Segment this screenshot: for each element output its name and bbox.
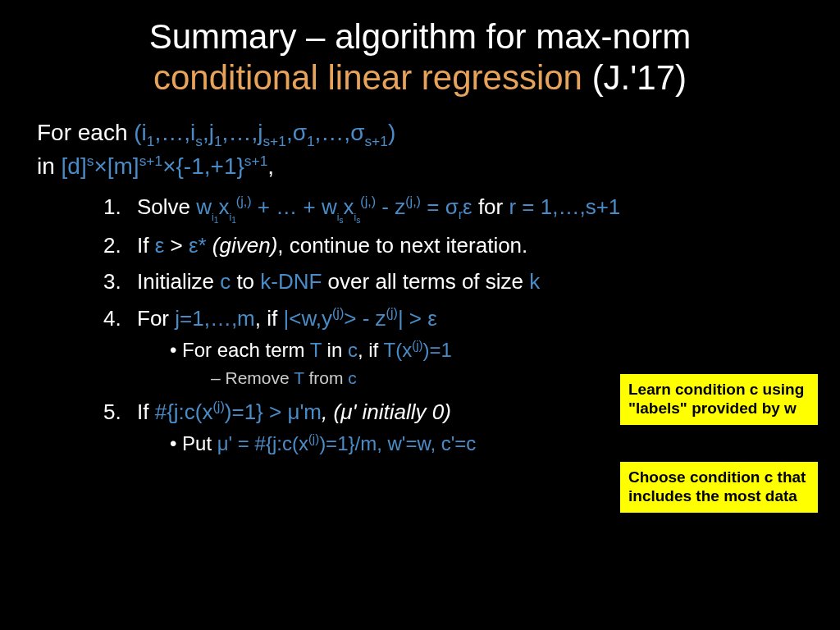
- x2a: x: [343, 194, 354, 219]
- subjsp1: s+1: [262, 132, 285, 148]
- t-j2: ,…,j: [222, 120, 263, 145]
- xis: is: [354, 212, 360, 223]
- s4c-from: from: [304, 368, 349, 387]
- s4b-T: T: [310, 339, 322, 361]
- s4b-c: c: [348, 339, 358, 361]
- xiss: s: [356, 216, 360, 225]
- subs: s: [195, 132, 203, 148]
- s4bxj: (j): [412, 339, 422, 352]
- s4e3: | >: [398, 306, 427, 331]
- s4-expr: |<w,y(j)> - z(j)| > ε: [283, 306, 436, 331]
- s4e2: > - z: [344, 306, 386, 331]
- wiss: s: [339, 216, 343, 225]
- title-suffix: (J.'17): [582, 58, 687, 97]
- d1: [d]: [62, 153, 87, 179]
- s4b-expr: T(x(j))=1: [384, 339, 452, 361]
- d2: [m]: [107, 153, 139, 179]
- s4-for: For: [137, 306, 175, 331]
- s4c-T: T: [294, 368, 304, 387]
- intro-domain: [d]s×[m]s+1×{-1,+1}s+1: [62, 153, 268, 179]
- x2: ×: [162, 153, 176, 179]
- s2-cont: , continue to next iteration.: [277, 233, 527, 258]
- t-close: ): [388, 120, 395, 145]
- s4beq: )=1: [422, 339, 451, 361]
- s1-for: for: [472, 194, 509, 219]
- intro-text: For each (i1,…,is,j1,…,js+1,σ1,…,σs+1) i…: [37, 117, 803, 182]
- s4btx: T(x: [384, 339, 413, 361]
- xjr2: (j,): [360, 194, 376, 208]
- s5be: )=1}/m: [319, 432, 377, 454]
- supsp1: s+1: [139, 152, 162, 168]
- subsig1: 1: [307, 132, 315, 148]
- s5mu: μ'm: [287, 399, 322, 424]
- minus: -: [376, 194, 395, 219]
- x1: ×: [94, 153, 107, 179]
- xjr1: (j,): [236, 194, 252, 208]
- wi1: i1: [212, 212, 218, 223]
- s1-eq: wi1xi1(j,) + … + wisxis(j,) - z(j,) = σr…: [196, 194, 472, 219]
- s3-init: Initialize: [137, 269, 220, 294]
- s5-if: If: [137, 399, 155, 424]
- intro-in: in: [37, 153, 62, 179]
- s5bw: , w'=w: [377, 432, 430, 454]
- subj1: 1: [214, 132, 222, 148]
- wi1s: 1: [214, 216, 219, 225]
- s1-range: r = 1,…,s+1: [509, 194, 620, 219]
- wis: is: [337, 212, 344, 223]
- plus: + … +: [252, 194, 322, 219]
- s3-over: over all terms of size: [322, 269, 529, 294]
- s4e1: |<w,y: [283, 306, 332, 331]
- s4c-c: c: [348, 368, 357, 387]
- step-5-sub: Put μ' = #{j:c(x(j))=1}/m, w'=w, c'=c: [137, 428, 803, 459]
- s1-solve: Solve: [137, 194, 196, 219]
- s4zj: (j): [386, 305, 398, 320]
- s5b-put: Put: [182, 432, 217, 454]
- z: z: [395, 194, 405, 219]
- s5bmu: μ' = #{j:c(x: [217, 432, 308, 454]
- t-body: ,…,i: [154, 120, 195, 145]
- subsigsp: s+1: [364, 132, 387, 148]
- t-j: ,j: [203, 120, 214, 145]
- s2-given: (given): [207, 233, 278, 258]
- s2-epsstar: ε*: [189, 233, 207, 258]
- d3: {-1,+1}: [176, 153, 244, 179]
- step-5b: Put μ' = #{j:c(x(j))=1}/m, w'=w, c'=c: [170, 428, 803, 459]
- x1a: x: [218, 194, 229, 219]
- s2-eps: ε: [155, 233, 165, 258]
- s5xj: (j): [212, 399, 224, 413]
- intro-prefix: For each: [37, 120, 134, 145]
- s3-to: to: [231, 269, 260, 294]
- t-sig2: ,…,σ: [315, 120, 365, 145]
- xi1: i1: [229, 212, 235, 223]
- step-3: Initialize c to k-DNF over all terms of …: [127, 265, 803, 298]
- eq: =: [421, 194, 445, 219]
- s5bxj: (j): [308, 432, 319, 445]
- w1: w: [196, 194, 212, 219]
- slide-title: Summary – algorithm for max-norm conditi…: [37, 16, 803, 99]
- s4c-rem: Remove: [226, 368, 294, 387]
- s5e2: )=1} >: [225, 399, 288, 424]
- s5e1: #{j:c(x: [155, 399, 213, 424]
- supsp2: s+1: [244, 152, 267, 168]
- xi1s: 1: [231, 216, 236, 225]
- step-1: Solve wi1xi1(j,) + … + wisxis(j,) - z(j,…: [127, 190, 803, 226]
- s4b-in: in: [322, 339, 348, 361]
- s4-range: j=1,…,m: [175, 306, 255, 331]
- eps1: ε: [463, 194, 472, 219]
- callout-learn: Learn condition c using "labels" provide…: [619, 373, 819, 426]
- step-2: If ε > ε* (given), continue to next iter…: [127, 229, 803, 262]
- s5b-expr: μ' = #{j:c(x(j))=1}/m, w'=w, c'=c: [217, 432, 477, 454]
- intro-comma: ,: [267, 153, 274, 179]
- s2-gt: >: [164, 233, 189, 258]
- s3-kdnf: k-DNF: [260, 269, 322, 294]
- s4b-for: For each term: [182, 339, 310, 361]
- t-sig: ,σ: [286, 120, 307, 145]
- s4eps: ε: [427, 306, 437, 331]
- w2: w: [322, 194, 337, 219]
- intro-tuple: (i1,…,is,j1,…,js+1,σ1,…,σs+1): [134, 120, 395, 145]
- s3-k: k: [529, 269, 540, 294]
- title-highlight: conditional linear regression: [153, 58, 582, 97]
- s5-expr: #{j:c(x(j))=1} > μ'm: [155, 399, 322, 424]
- zjr: (j,): [405, 194, 421, 208]
- s4-if: , if: [255, 306, 284, 331]
